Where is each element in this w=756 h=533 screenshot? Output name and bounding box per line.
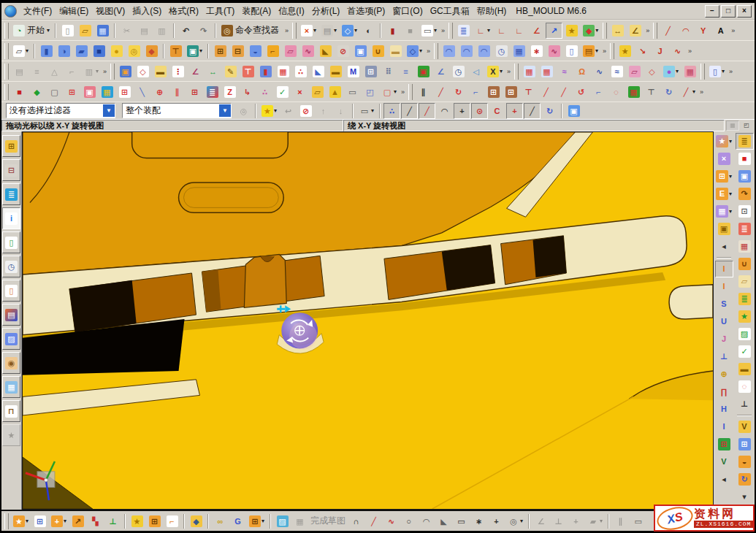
book-pin-dropdown-arrow[interactable]: ▾ (722, 68, 725, 74)
background-color-dropdown-arrow[interactable]: ▾ (434, 27, 437, 34)
studio-spline-button[interactable]: ∗ (470, 513, 487, 529)
quilt-button[interactable]: ▦ (511, 43, 527, 59)
process-navigator-button[interactable]: ▯ (2, 280, 20, 302)
boolean-button[interactable]: ▣▾ (185, 43, 205, 59)
arc-tool-button[interactable]: ◠ (677, 23, 694, 39)
dashed-stamp-button[interactable]: ◌ (736, 378, 754, 395)
sketch-button[interactable]: ▱▾ (11, 43, 31, 59)
overflow-chevron[interactable]: » (698, 88, 705, 96)
initialize-project-button[interactable]: ★▾ (715, 133, 733, 150)
extrude-button[interactable]: ▮ (38, 43, 55, 59)
diag-line-button[interactable]: ╲ (134, 84, 150, 100)
toolbar-grip[interactable] (4, 513, 9, 529)
more-below-button[interactable]: ▾ (736, 488, 754, 505)
gold-slab-button[interactable]: ▬ (736, 361, 754, 377)
parallel-lines-button[interactable]: ∥ (169, 84, 186, 100)
check-sheet-button[interactable]: ✓ (274, 84, 291, 100)
toolbar-grip[interactable] (110, 64, 115, 80)
profile-button[interactable]: ∩ (348, 513, 364, 529)
no-filter-button[interactable]: ⊘ (297, 103, 314, 119)
thicken-dropdown-arrow[interactable]: ▾ (595, 47, 598, 54)
minimize-button[interactable]: − (705, 5, 719, 18)
shrinkage-button[interactable]: ⊞▾ (715, 168, 733, 185)
toolbar-grip[interactable] (603, 23, 607, 39)
box-cross-2-button[interactable]: ⊞ (116, 84, 133, 100)
calculator-button[interactable]: ⊞ (362, 64, 379, 80)
toolbar-grip[interactable] (292, 23, 297, 39)
red-cylinder-button[interactable]: ▮ (384, 23, 401, 39)
toolbar-grip[interactable] (700, 64, 705, 80)
drafted-extrude-button[interactable]: ▰ (73, 43, 90, 59)
swirl-sheet-button[interactable]: ∿ (546, 43, 562, 59)
workpiece-dropdown-arrow[interactable]: ▾ (729, 191, 732, 197)
work-bench-button[interactable]: ⊓ (2, 400, 20, 422)
menu-item[interactable]: 插入(S) (129, 4, 165, 18)
hex-body-dropdown-arrow[interactable]: ▾ (419, 47, 422, 54)
section-barrel-button[interactable]: ▮ (257, 64, 274, 80)
runner-button[interactable]: S (715, 296, 733, 312)
corner-sheet-button[interactable]: ◰ (362, 84, 378, 100)
layout-stack-dropdown-arrow[interactable]: ▾ (96, 68, 99, 74)
locate-tool-button[interactable]: ▣ (715, 221, 733, 237)
diamond-mesh-button[interactable]: ◇ (644, 64, 660, 80)
patch-body-button[interactable]: ▣ (352, 43, 369, 59)
line-dot-green-button[interactable]: ╱▾ (678, 84, 698, 100)
line-points-button[interactable]: ╱ (432, 84, 449, 100)
rect-select-button[interactable]: ▭▾ (356, 103, 376, 119)
overflow-chevron[interactable]: » (687, 47, 693, 55)
selection-filter[interactable]: 没有选择过滤器▼ (6, 103, 115, 118)
z-box-button[interactable]: Z (221, 84, 238, 100)
sketch-line-button[interactable]: ╱ (365, 513, 382, 529)
green-diamond-button[interactable]: ◆ (28, 84, 45, 100)
part-navigator-button[interactable]: ≣ (2, 183, 20, 205)
snap-point-button[interactable]: ∴ (383, 103, 400, 119)
redo-button[interactable]: ↷ (195, 23, 212, 39)
snap-rotate-button[interactable]: ↻ (541, 103, 558, 119)
clamp-h-button[interactable]: G (229, 513, 246, 529)
blend-button[interactable]: ◆ (143, 43, 160, 59)
point-list-button[interactable]: ⋮ (169, 64, 186, 80)
white-cube-button[interactable]: ▢ (46, 84, 63, 100)
cavity-layout-button[interactable]: ▦▾ (715, 203, 733, 220)
assembly-navigator-button[interactable]: ⊞ (2, 135, 20, 157)
red-cube-box-button[interactable]: ■ (736, 150, 754, 167)
menu-stamp-button[interactable]: ▤▾ (319, 23, 339, 39)
bend-button[interactable]: ⌐ (264, 43, 281, 59)
overflow-chevron[interactable]: » (283, 27, 290, 34)
undo-button[interactable]: ↶ (177, 23, 194, 39)
window-check-button[interactable]: ✓ (736, 343, 754, 360)
delete-button[interactable]: × (291, 84, 308, 100)
box-10-button[interactable]: ▭ (344, 84, 361, 100)
zebra-stand-button[interactable]: Ω (573, 64, 590, 80)
sketch-dropdown-arrow[interactable]: ▾ (26, 47, 28, 54)
line-box-a-button[interactable]: ╱ (538, 84, 554, 100)
gold-box-button[interactable]: ▬ (327, 64, 344, 80)
radius-check-button[interactable]: ∠ (187, 64, 204, 80)
menu-item[interactable]: 帮助(H) (473, 4, 511, 18)
draft-check-button[interactable]: ✎ (222, 64, 239, 80)
gold-keys-button[interactable]: ★ (736, 308, 754, 325)
datum-csys-button[interactable]: ∟▾ (473, 23, 492, 39)
standard-part-button[interactable]: I (715, 261, 733, 277)
measure-angle-button[interactable]: ∠ (627, 23, 644, 39)
spline-button[interactable]: ∿ (669, 43, 686, 59)
snap-star-button[interactable]: ★▾ (259, 103, 279, 119)
pin-box-button[interactable]: ▣ (736, 168, 754, 185)
overflow-chevron[interactable]: » (440, 27, 446, 34)
sequence-button[interactable]: ⊞▾ (247, 513, 267, 529)
shell-button[interactable]: ◒ (247, 43, 264, 59)
materials-button[interactable]: ▨ (2, 328, 20, 350)
sheet-pair-button[interactable]: ▱ (626, 64, 643, 80)
mold-csys-button[interactable]: × (715, 150, 733, 167)
angle-blue-button[interactable]: ∠ (432, 64, 449, 80)
start-dropdown-arrow[interactable]: ▾ (47, 27, 50, 34)
line-box-b-button[interactable]: ╱ (555, 84, 572, 100)
folder-gold-button[interactable]: ▱ (309, 84, 326, 100)
viewport-3d[interactable] (22, 131, 714, 510)
snap-center-button[interactable]: ⊙ (471, 103, 488, 119)
boss-button[interactable]: ⊤ (167, 43, 184, 59)
collapse-a-button[interactable]: ◂ (715, 238, 733, 255)
shrinkage-dropdown-arrow[interactable]: ▾ (729, 173, 732, 180)
m-tool-button[interactable]: M (345, 64, 362, 80)
move-component-button[interactable]: ↗ (69, 513, 86, 529)
